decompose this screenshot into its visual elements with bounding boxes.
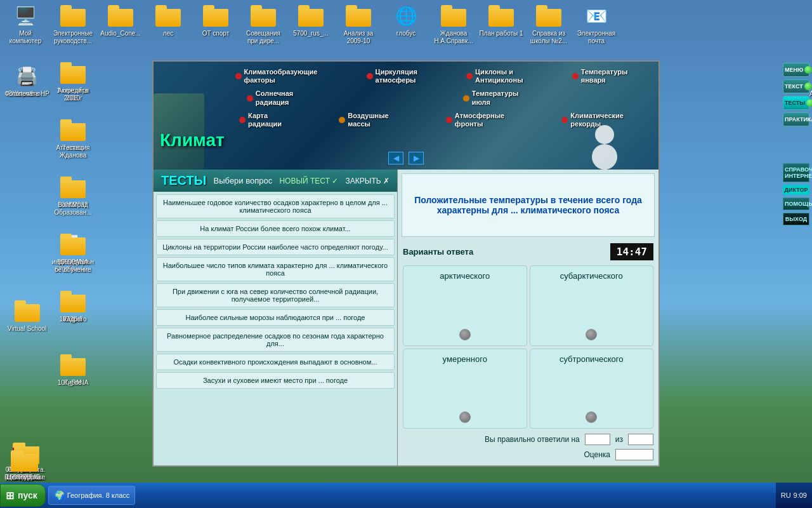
topic-atmosfr[interactable]: Атмосферныефронты (446, 112, 504, 128)
icon-label: Цели урока (7, 474, 41, 481)
nav-prev-arrow[interactable]: ◀ (388, 152, 403, 164)
answer-text: умеренного (443, 354, 487, 364)
icon-virtual-school[interactable]: Virtual School (3, 298, 51, 333)
answer-text: субтропического (560, 354, 624, 364)
icon-fotopechat[interactable]: 🖨️ Фотопечать HP (3, 64, 51, 98)
grade-row: Оценка (398, 448, 658, 465)
topic-label: Атмосферныефронты (455, 112, 504, 128)
topic-sun-rad[interactable]: Солнечнаярадиация (247, 90, 293, 106)
question-item-4[interactable]: При движении с юга на север количество с… (156, 283, 395, 307)
question-item-8[interactable]: Засухи и суховеи имеют место при ... пог… (156, 372, 395, 389)
sidebar-spacer (783, 129, 809, 161)
answer-cell-3[interactable]: субтропического (530, 349, 654, 429)
icon-label: глобус (396, 30, 416, 37)
icon-individual[interactable]: индивидуальное обучение (51, 232, 95, 274)
icon-sovesh[interactable]: Совещания при дире... (241, 3, 285, 45)
topic-vozduh[interactable]: Воздушныемассы (339, 112, 389, 128)
taskbar-app-geografia[interactable]: 🌍 География. 8 класс (48, 486, 136, 505)
spravochnik-button[interactable]: СПРАВОЧНИК ИНТЕРНЕТ (783, 163, 809, 182)
icon-label: индивидуальное обучение (51, 258, 95, 274)
topic-dot (463, 95, 469, 102)
nav-arrows: ◀ ▶ (388, 152, 424, 164)
topic-ciklony[interactable]: Циклоны иАнтициклоны (466, 68, 523, 84)
answer-radio[interactable] (459, 411, 471, 423)
folder-icon-ak (60, 60, 86, 86)
topic-temp-jan[interactable]: Температурыянваря (572, 68, 628, 84)
icon-electronic-guide[interactable]: Электронные руководств... (51, 3, 95, 45)
answer-radio[interactable] (586, 329, 597, 340)
question-item-7[interactable]: Осадки конвективного происхождения выпад… (156, 354, 395, 370)
question-text: Наибольшее число типов климата характерн… (163, 262, 388, 277)
icon-label: План работы 1 (479, 30, 523, 37)
question-text: Засухи и суховеи имеют место при ... пог… (203, 377, 348, 384)
icon-audio[interactable]: Audio_Cone... (98, 3, 143, 37)
new-test-button[interactable]: НОВЫЙ ТЕСТ ✓ (279, 177, 338, 185)
tests-label: ТЕСТЫ (785, 100, 805, 106)
practice-label: ПРАКТИКА (785, 116, 812, 123)
text-button[interactable]: ТЕКСТ (783, 79, 809, 93)
nav-next-arrow[interactable]: ▶ (409, 152, 424, 164)
question-item-3[interactable]: Наибольшее число типов климата характерн… (156, 257, 395, 281)
question-item-6[interactable]: Равномерное распределение осадков по сез… (156, 328, 395, 352)
folder-icon-at (60, 117, 86, 143)
question-item-1[interactable]: На климат России более всего похож клима… (156, 220, 395, 237)
diktor-button[interactable]: ДИКТОР (783, 185, 809, 195)
answer-cell-1[interactable]: субарктического (530, 265, 654, 346)
topic-klimatobr[interactable]: Климатообразующиефакторы (235, 68, 318, 84)
icon-volgograd[interactable]: Волгоград (51, 175, 95, 209)
icon-email[interactable]: 📧 Электронная почта (574, 3, 619, 45)
topic-karta-rad[interactable]: Картарадиации (239, 112, 282, 128)
grade-input[interactable] (615, 449, 653, 460)
tests-button[interactable]: ТЕСТЫ (783, 96, 809, 110)
icon-jdanova[interactable]: Жданова Н.А.Справк... (431, 3, 476, 45)
answer-text: арктического (440, 271, 490, 281)
answer-cell-0[interactable]: арктического (403, 265, 527, 346)
topic-cirkulatsia[interactable]: Циркуляцияатмосферы (367, 68, 417, 84)
topic-dot (239, 117, 246, 123)
answer-radio[interactable] (586, 411, 597, 423)
computer-icon: 🖥️ (13, 3, 38, 29)
answer-radio[interactable] (459, 329, 471, 340)
close-button[interactable]: ЗАКРЫТЬ ✗ (346, 177, 390, 185)
icon-les[interactable]: лес (146, 3, 190, 37)
tray-time: 9:09 (794, 491, 807, 499)
question-item-5[interactable]: Наиболее сильные морозы наблюдаются при … (156, 309, 395, 326)
help-button[interactable]: ПОМОЩЬ (783, 197, 809, 210)
icon-label: ОТ спорт (202, 30, 230, 37)
icon-label: Аттестация Жданова (51, 144, 95, 159)
question-item-0[interactable]: Наименьшее годовое количество осадков ха… (156, 194, 395, 218)
snowman-image (589, 119, 620, 170)
icon-my-computer[interactable]: 🖥️ Мой компьютер (3, 3, 48, 45)
total-input[interactable] (628, 434, 653, 445)
icon-5700[interactable]: 5700_rus_... (289, 3, 333, 37)
icon-spravka[interactable]: Справка из школы №2... (527, 3, 571, 45)
topic-temp-jul[interactable]: Температурыиюля (463, 90, 519, 106)
menu-button[interactable]: МЕНЮ (783, 63, 809, 77)
question-item-2[interactable]: Циклоны на территории России наиболее ча… (156, 239, 395, 255)
score-label: Вы правильно ответили на (485, 435, 580, 444)
icon-plan[interactable]: План работы 1 (479, 3, 523, 37)
ie-icon: 🌐 (393, 3, 419, 29)
topic-dot (367, 73, 373, 79)
practice-button[interactable]: ПРАКТИКА (783, 112, 809, 126)
tb-icon-celi[interactable]: Цели урока (3, 447, 44, 481)
answer-cell-2[interactable]: умеренного (403, 349, 527, 429)
topic-label: Циклоны иАнтициклоны (475, 68, 523, 84)
app-header: Климатообразующиефакторы Циркуляцияатмос… (154, 62, 658, 170)
icon-kadry[interactable]: кадры (51, 289, 95, 323)
icon-kirov[interactable]: Киров (51, 352, 95, 387)
icon-label: Мой компьютер (3, 30, 48, 45)
start-button[interactable]: ⊞ пуск (0, 484, 46, 507)
icon-globus[interactable]: 🌐 глобус (384, 3, 428, 37)
folder-icon-les (155, 3, 181, 29)
icon-ot-sport[interactable]: ОТ спорт (193, 3, 238, 37)
folder-icon-kd (60, 289, 86, 314)
exit-button[interactable]: ВЫХОД (783, 213, 809, 225)
tray-lang: RU (781, 491, 791, 499)
score-input[interactable] (585, 434, 610, 445)
question-list: Наименьшее годовое количество осадков ха… (154, 192, 397, 465)
icon-analiz[interactable]: Анализ за 2009-10 (336, 3, 381, 45)
text-label: ТЕКСТ (785, 83, 803, 90)
icon-akkredita[interactable]: Аккредита 2010 (51, 60, 95, 102)
icon-attestatsia[interactable]: Аттестация Жданова (51, 117, 95, 159)
